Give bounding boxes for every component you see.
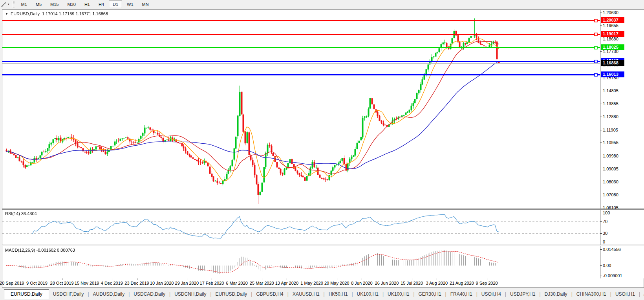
date-axis-label: 20 Sep 2019: [0, 281, 24, 285]
price-axis-tick: 1.09980: [603, 154, 618, 159]
date-axis-tick-mark: [37, 278, 37, 280]
chart-tab[interactable]: USDJPY,H1: [506, 290, 539, 299]
macd-axis-tick: 0.014556: [603, 247, 621, 252]
date-axis-label: 3 Aug 2020: [426, 281, 448, 285]
date-axis-label: 26 Jun 2020: [375, 281, 399, 285]
macd-chart-canvas[interactable]: [2, 246, 600, 278]
date-axis-tick-mark: [187, 278, 187, 280]
date-axis-tick-mark: [12, 278, 12, 280]
rsi-indicator-panel: RSI(14) 36.4304 10070300: [2, 209, 644, 245]
date-axis-tick-mark: [437, 278, 437, 280]
date-axis-label: 4 Dec 2019: [101, 281, 123, 285]
macd-label: MACD(12,26,9) -0.001602 0.000763: [5, 248, 75, 252]
date-axis-tick-mark: [62, 278, 62, 280]
rsi-label: RSI(14) 36.4304: [5, 211, 37, 216]
chart-collapse-icon[interactable]: ▼: [5, 12, 8, 16]
price-axis: 1.206301.196551.186801.177301.167551.157…: [600, 10, 644, 209]
timeframe-button-M1[interactable]: M1: [17, 0, 31, 8]
date-axis-label: 28 Oct 2019: [50, 281, 74, 285]
chart-tab[interactable]: GER30,H1: [415, 290, 445, 299]
timeframe-button-W1[interactable]: W1: [123, 0, 137, 8]
chart-tab[interactable]: AUDUSD,Daily: [89, 290, 129, 299]
chart-tab[interactable]: EURUSD,Daily: [212, 290, 251, 299]
chart-tab[interactable]: XAUUSD,H1: [289, 290, 324, 299]
price-level-tag: 1.16013: [601, 71, 624, 77]
timeframe-buttons-group: M1M5M15M30H1H4D1W1MN: [17, 0, 153, 8]
chart-title-ohlc: 1.17014 1.17159 1.16771 1.16868: [42, 11, 108, 16]
timeframe-button-M5[interactable]: M5: [32, 0, 46, 8]
date-axis-label: 20 May 2020: [324, 281, 349, 285]
date-axis-tick-mark: [387, 278, 387, 280]
macd-indicator-panel: MACD(12,26,9) -0.001602 0.000763 0.01455…: [2, 246, 644, 279]
date-axis[interactable]: 20 Sep 20199 Oct 201928 Oct 201915 Nov 2…: [2, 278, 644, 288]
cursor-tool-button[interactable]: ▾: [0, 2, 11, 7]
price-chart-canvas[interactable]: [2, 10, 600, 209]
date-axis-tick-mark: [287, 278, 287, 280]
date-axis-tick-mark: [162, 278, 162, 280]
date-axis-tick-mark: [237, 278, 237, 280]
chart-tab[interactable]: CHINA300,H1: [573, 290, 610, 299]
chart-tab[interactable]: USOil,H4: [478, 290, 505, 299]
date-axis-label: 25 Mar 2020: [250, 281, 274, 285]
date-axis-label: 23 Dec 2019: [124, 281, 149, 285]
price-axis-tick: 1.07080: [603, 192, 618, 198]
date-axis-label: 17 Feb 2020: [200, 281, 224, 285]
chart-tab[interactable]: HK50,H1: [325, 290, 352, 299]
cursor-tool-dropdown-icon[interactable]: ▾: [8, 3, 9, 6]
rsi-axis: 10070300: [600, 210, 644, 245]
tab-scroll-left-icon[interactable]: ◄: [640, 291, 644, 299]
price-axis-tick: 1.13855: [603, 101, 618, 106]
timeframe-button-D1[interactable]: D1: [109, 0, 122, 8]
timeframe-toolbar: ▾ M1M5M15M30H1H4D1W1MN: [0, 0, 644, 9]
chart-tab[interactable]: DJ30,Daily: [541, 290, 571, 299]
current-price-tag: 1.16868: [601, 60, 624, 66]
date-axis-label: 9 Oct 2019: [26, 281, 48, 285]
chart-tab[interactable]: USDCAD,Daily: [130, 290, 169, 299]
timeframe-button-M30[interactable]: M30: [63, 0, 79, 8]
chart-tab[interactable]: USDCNH,Daily: [170, 290, 210, 299]
macd-axis-tick: -0.009001: [603, 273, 622, 278]
chart-tab[interactable]: USOil,H1: [611, 290, 639, 299]
price-axis-tick: 1.20630: [603, 10, 618, 15]
rsi-axis-tick: 0: [603, 240, 605, 245]
date-axis-label: 13 Apr 2020: [275, 281, 298, 285]
date-axis-tick-mark: [112, 278, 112, 280]
price-axis-tick: 1.14805: [603, 88, 618, 93]
chart-tab[interactable]: UK100,H1: [353, 290, 382, 299]
price-level-tag: 1.19017: [601, 31, 624, 37]
date-axis-tick-mark: [362, 278, 362, 280]
chart-tab[interactable]: FRA40,H1: [446, 290, 476, 299]
date-axis-tick-mark: [212, 278, 212, 280]
price-chart-panel: ▼ EURUSD,Daily 1.17014 1.17159 1.16771 1…: [2, 9, 644, 209]
date-axis-label: 15 Jul 2020: [401, 281, 423, 285]
date-axis-label: 1 May 2020: [300, 281, 323, 285]
price-axis-tick: 1.19655: [603, 23, 618, 28]
date-axis-tick-mark: [337, 278, 337, 280]
timeframe-button-M15[interactable]: M15: [46, 0, 62, 8]
date-axis-label: 8 Jun 2020: [351, 281, 372, 285]
rsi-chart-canvas[interactable]: [2, 210, 600, 245]
date-axis-tick-mark: [87, 278, 87, 280]
chart-tab-active[interactable]: EURUSD,Daily: [4, 289, 49, 299]
chart-tab[interactable]: GBPUSD,H4: [252, 290, 287, 299]
timeframe-button-H4[interactable]: H4: [95, 0, 108, 8]
price-axis-tick: 1.08030: [603, 179, 618, 185]
price-axis-tick: 1.10955: [603, 140, 618, 145]
timeframe-button-H1[interactable]: H1: [80, 0, 94, 8]
macd-axis-tick: 0.00: [603, 263, 611, 268]
timeframe-button-MN[interactable]: MN: [138, 0, 153, 8]
chart-tab-bar: EURUSD,DailyUSDCHF,Daily|AUDUSD,Daily|US…: [0, 288, 644, 300]
date-axis-label: 9 Sep 2020: [476, 281, 498, 285]
price-axis-tick: 1.18680: [603, 37, 618, 42]
macd-axis: 0.0145560.00-0.009001: [600, 246, 644, 278]
chart-title: ▼ EURUSD,Daily 1.17014 1.17159 1.16771 1…: [5, 11, 108, 16]
toolbar-grip-handle[interactable]: [13, 1, 15, 7]
rsi-axis-tick: 70: [603, 219, 607, 224]
date-axis-label: 10 Jan 2020: [150, 281, 174, 285]
chart-tab[interactable]: UK100,H1: [384, 290, 413, 299]
rsi-axis-tick: 100: [603, 210, 610, 216]
price-axis-tick: 1.11905: [603, 128, 618, 133]
date-axis-tick-mark: [462, 278, 462, 280]
chart-tab[interactable]: USDCHF,Daily: [49, 290, 88, 299]
price-axis-tick: 1.09005: [603, 166, 618, 172]
